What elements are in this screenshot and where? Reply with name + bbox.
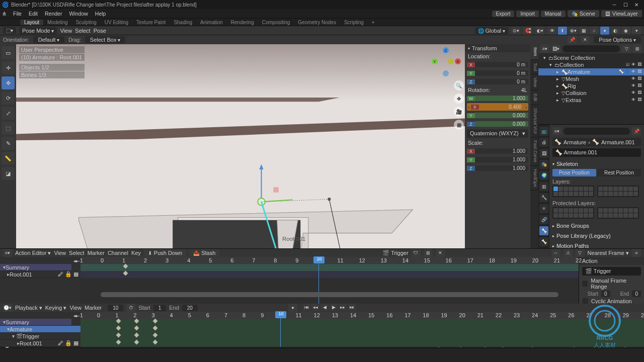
tab-compositing[interactable]: Compositing	[258, 20, 294, 25]
scl-x[interactable]: 1.000	[475, 148, 528, 154]
rest-position-btn[interactable]: Rest Position	[597, 169, 641, 176]
ptab-render[interactable]: 📺	[539, 127, 548, 136]
vp-view-menu[interactable]: View	[60, 28, 72, 34]
jump-start[interactable]: ⏮	[302, 304, 310, 311]
tree-scene-collection[interactable]: ▾🗀 Scene Collection	[538, 54, 644, 61]
armature-layers[interactable]	[552, 186, 641, 197]
vtab-tool[interactable]: Tool	[530, 60, 538, 75]
ptab-viewlayer[interactable]: 🖼	[539, 149, 548, 158]
tool-measure[interactable]: 📏	[2, 152, 15, 165]
play[interactable]: ▶	[330, 304, 338, 311]
loc-x[interactable]: 0 m	[475, 62, 528, 67]
rot-w[interactable]: 1.000	[475, 96, 528, 101]
select-mode[interactable]: Select Box ▾	[85, 36, 125, 43]
tool-cursor[interactable]: ✛	[2, 61, 15, 74]
nav-dot[interactable]	[448, 58, 454, 64]
next-key[interactable]: ▸▸	[339, 304, 347, 311]
tab-rendering[interactable]: Rendering	[227, 20, 258, 25]
outliner-display[interactable]: 🖼▾	[551, 45, 560, 53]
nav-x[interactable]: X	[455, 58, 461, 64]
frame-start[interactable]: 1	[153, 305, 167, 311]
ptab-constraint[interactable]: 🔗	[539, 215, 548, 224]
action-new[interactable]: ⊞	[424, 249, 433, 257]
tool-annotate[interactable]: ✎	[2, 137, 15, 150]
shading-dropdown[interactable]: ▾	[632, 27, 641, 35]
tree-armature[interactable]: ▸🦴 Armature🦴👤👁🖼	[538, 68, 644, 75]
loc-z[interactable]: 0 m	[475, 79, 528, 84]
shading-solid[interactable]: ●	[600, 27, 609, 35]
tab-layout[interactable]: Layout	[20, 20, 43, 25]
loc-y[interactable]: 0 m	[475, 70, 528, 76]
tl-playback[interactable]: Playback ▾	[15, 305, 42, 311]
ptab-armature[interactable]: 🦴	[539, 226, 548, 235]
vtab-shortcut[interactable]: Shortcut VUr	[530, 105, 538, 138]
rot-lock[interactable]: 4L	[521, 87, 527, 93]
jump-end[interactable]: ⏭	[348, 304, 356, 311]
tl-armature[interactable]: ▾ Armature	[0, 326, 80, 333]
props-search[interactable]	[564, 128, 630, 135]
tab-add[interactable]: +	[368, 20, 379, 25]
tl-keying[interactable]: Keying ▾	[45, 305, 67, 311]
nav-gizmo[interactable]: X Y Z	[434, 49, 459, 74]
close-button[interactable]: ✕	[631, 1, 642, 9]
npanel-transform-header[interactable]: Transform	[465, 44, 530, 52]
snap-mode[interactable]: Nearest Frame ▾	[588, 250, 629, 256]
tab-sculpting[interactable]: Sculpting	[72, 20, 101, 25]
export-button[interactable]: Export	[492, 11, 515, 17]
sec-bonegroups[interactable]: Bone Groups	[552, 222, 641, 230]
tl-editor-type[interactable]: 🕐▾	[3, 304, 12, 312]
maximize-button[interactable]: ☐	[620, 1, 631, 9]
gizmo-visibility[interactable]: 👁	[547, 27, 556, 35]
pose-opts-x[interactable]: ✕	[581, 36, 590, 44]
vtab-item[interactable]: Item	[530, 44, 538, 60]
tool-scale[interactable]: ⤢	[2, 107, 15, 120]
action-fake[interactable]: 🛡	[412, 249, 421, 257]
camera-icon[interactable]: 🎥	[454, 107, 464, 117]
ds-key[interactable]: Key	[131, 250, 141, 256]
gizmo-toggle[interactable]: ⬆	[558, 27, 567, 35]
mfr-end[interactable]: 0	[632, 291, 641, 297]
armature-name-field[interactable]: 🦴 Armature.001	[552, 148, 641, 157]
tl-root[interactable]: ▸ Root.001 🖉 🔒 ▦	[0, 340, 80, 347]
menu-window[interactable]: Window	[65, 11, 91, 17]
frame-ruler[interactable]: -1012345678910111213141516171819202122	[80, 257, 579, 264]
tl-trigger[interactable]: ▾ 🎬 Trigger	[0, 333, 80, 340]
ptab-world[interactable]: 🌍	[539, 171, 548, 180]
stash-btn[interactable]: 📥 Stash	[189, 249, 219, 256]
ptab-object[interactable]: ▥	[539, 182, 548, 191]
pose-position-btn[interactable]: Pose Position	[552, 169, 596, 176]
overlay-toggle[interactable]: ⊕▾	[569, 27, 578, 35]
vtab-hardops[interactable]: HardOps	[530, 166, 538, 191]
push-down-btn[interactable]: ⬇ Push Down	[144, 249, 186, 256]
rot-y[interactable]: 0.000	[475, 113, 528, 118]
ds-more[interactable]: ≡	[632, 249, 641, 257]
ds-mode[interactable]: Action Editor ▾	[15, 250, 51, 256]
nav-neg-z[interactable]	[443, 70, 449, 76]
vp-select-menu[interactable]: Select	[75, 28, 91, 34]
ptab-bone[interactable]: 🦴	[539, 237, 548, 246]
mode-selector[interactable]: Pose Mode ▾	[19, 27, 57, 34]
pan-icon[interactable]: ✥	[454, 94, 464, 104]
tab-scripting[interactable]: Scripting	[340, 20, 368, 25]
tab-uv[interactable]: UV Editing	[101, 20, 132, 25]
autokey[interactable]: ●	[288, 304, 297, 312]
cb-mfr[interactable]	[582, 281, 588, 287]
vtab-view[interactable]: View	[530, 74, 538, 90]
action-unlink[interactable]: ✕	[436, 249, 445, 257]
tl-view[interactable]: View	[69, 305, 82, 311]
tab-shading[interactable]: Shading	[170, 20, 196, 25]
tree-extras[interactable]: ▸▽ Extras👁🖼	[538, 97, 644, 104]
props-pin[interactable]: 📌	[632, 127, 641, 135]
sec-skeleton[interactable]: Skeleton	[552, 160, 641, 168]
tab-animation[interactable]: Animation	[196, 20, 226, 25]
tree-collection[interactable]: ▾🗀 Collection☑👁🖼	[538, 61, 644, 68]
sp-action[interactable]: Action	[579, 257, 644, 265]
minimize-button[interactable]: ─	[609, 1, 620, 9]
editor-type-selector[interactable]: ⬚▾	[3, 27, 16, 34]
protected-layers[interactable]	[552, 207, 641, 219]
play-rev[interactable]: ◀	[320, 304, 329, 311]
tool-extra[interactable]: ◪	[2, 167, 15, 180]
tl-frame-ruler[interactable]: -101234567891011121314151617181920212223…	[80, 312, 644, 319]
ds-filter1[interactable]: ↔	[551, 249, 560, 257]
range-toggle[interactable]: ⏱	[126, 304, 135, 312]
